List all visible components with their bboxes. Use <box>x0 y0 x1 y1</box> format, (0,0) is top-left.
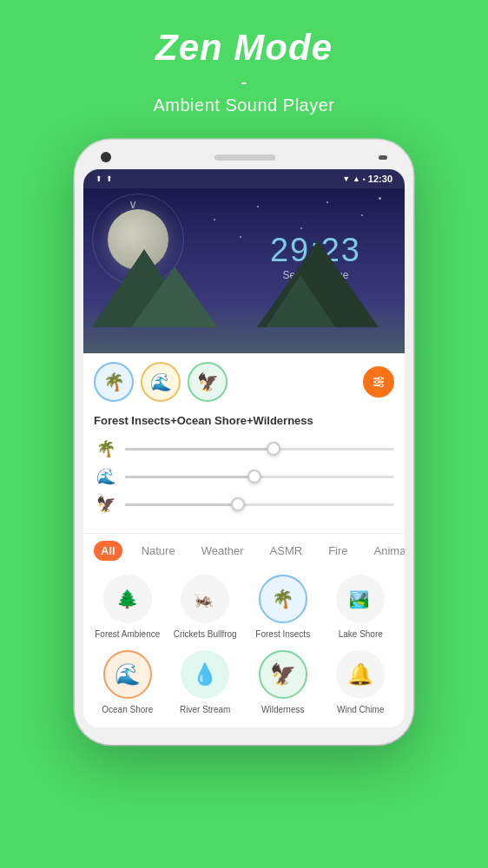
active-sound-wilderness[interactable]: 🦅 <box>188 362 228 402</box>
river-label: River Stream <box>180 704 230 715</box>
forest-ambience-icon: 🌲 <box>103 575 152 623</box>
mountains-decoration <box>83 249 405 327</box>
phone-sensor <box>379 155 387 160</box>
mixer-icon <box>372 375 386 389</box>
active-sounds-row: 🌴 🌊 🦅 <box>83 353 405 411</box>
mixer-settings-button[interactable] <box>363 366 394 398</box>
battery-icon: ▪ <box>363 175 366 183</box>
signal-icon: ▲ <box>353 174 360 183</box>
svg-point-3 <box>375 380 379 384</box>
forest-insects-icon-selected: 🌴 <box>259 575 307 623</box>
category-fire[interactable]: Fire <box>321 541 354 561</box>
forest-insects-label: Forest Insects <box>255 628 310 640</box>
svg-text:🏞️: 🏞️ <box>349 590 370 610</box>
slider-row-1: 🌴 <box>94 439 394 458</box>
forest-insects-icon: 🌴 <box>94 439 118 458</box>
ocean-shore-label: Ocean Shore <box>102 704 153 715</box>
category-all[interactable]: All <box>94 541 122 561</box>
app-title: Zen Mode <box>17 28 471 68</box>
phone-camera <box>101 152 111 162</box>
svg-point-5 <box>379 384 383 387</box>
nav-icon-2: ⬆ <box>106 174 113 183</box>
sound-grid-row-1: 🌲 Forest Ambience 🦗 Crickets Bullfrog 🌴 <box>83 568 405 647</box>
sound-item-forest-insects[interactable]: 🌴 Forest Insects <box>248 575 318 640</box>
river-icon: 💧 <box>181 650 229 699</box>
signal-icons: ▼ ▲ ▪ 12:30 <box>342 174 392 184</box>
ocean-shore-icon: 🌊 <box>94 467 118 486</box>
category-filter-row: All Nature Weather ASMR Fire Animal <box>83 533 405 568</box>
forest-ambience-svg: 🌲 <box>116 588 139 610</box>
category-nature[interactable]: Nature <box>135 541 182 561</box>
crickets-icon: 🦗 <box>181 575 229 623</box>
category-animal[interactable]: Animal <box>367 541 405 561</box>
mix-label: Forest Insects+Ocean Shore+Wilderness <box>83 411 405 436</box>
status-time: 12:30 <box>368 174 392 184</box>
crickets-svg: 🦗 <box>194 588 216 610</box>
nav-icon-1: ⬆ <box>96 174 102 183</box>
title-dash: - <box>17 71 471 94</box>
wilderness-icon: 🦅 <box>94 495 118 514</box>
chevron-down-icon[interactable]: ∨ <box>129 197 137 211</box>
wilderness-icon-2: 🦅 <box>259 650 307 699</box>
category-asmr[interactable]: ASMR <box>263 541 310 561</box>
slider-row-2: 🌊 <box>94 467 394 486</box>
app-subtitle: Ambient Sound Player <box>17 95 471 115</box>
lake-shore-svg: 🏞️ <box>349 588 372 610</box>
ocean-shore-icon-2: 🌊 <box>103 650 152 699</box>
sound-item-crickets[interactable]: 🦗 Crickets Bullfrog <box>170 575 240 640</box>
slider-row-3: 🦅 <box>94 495 394 514</box>
forest-insects-slider[interactable] <box>125 448 394 450</box>
wilderness-slider[interactable] <box>125 503 394 506</box>
status-bar: ⬆ ⬆ ▼ ▲ ▪ 12:30 <box>83 169 405 188</box>
forest-ambience-label: Forest Ambience <box>95 628 160 640</box>
lake-shore-label: Lake Shore <box>339 628 383 640</box>
sound-item-wind-chime[interactable]: 🔔 Wind Chime <box>326 650 395 715</box>
svg-text:🌲: 🌲 <box>116 589 139 611</box>
crickets-label: Crickets Bullfrog <box>174 628 237 640</box>
phone-screen: ⬆ ⬆ ▼ ▲ ▪ 12:30 ∨ <box>83 169 405 727</box>
sound-grid-row-2: 🌊 Ocean Shore 💧 River Stream 🦅 Wildernes… <box>83 647 405 727</box>
lake-shore-icon: 🏞️ <box>336 575 385 623</box>
sound-item-lake-shore[interactable]: 🏞️ Lake Shore <box>326 575 395 640</box>
sound-item-river[interactable]: 💧 River Stream <box>170 650 240 715</box>
sound-item-wilderness[interactable]: 🦅 Wilderness <box>248 650 318 715</box>
phone-frame: ⬆ ⬆ ▼ ▲ ▪ 12:30 ∨ <box>75 140 413 745</box>
active-sound-forest-insects[interactable]: 🌴 <box>94 362 134 402</box>
phone-top-bar <box>83 152 405 169</box>
svg-text:🌴: 🌴 <box>272 589 294 611</box>
wifi-icon: ▼ <box>342 174 350 183</box>
app-header: Zen Mode - Ambient Sound Player <box>0 0 488 131</box>
sliders-area: 🌴 🌊 🦅 <box>83 436 405 533</box>
hero-area: ∨ 29:23 Set sleep time <box>83 188 405 353</box>
svg-point-1 <box>379 377 382 380</box>
sound-item-forest-ambience[interactable]: 🌲 Forest Ambience <box>93 575 162 640</box>
active-sound-ocean-shore[interactable]: 🌊 <box>141 362 181 402</box>
phone-speaker <box>214 155 275 161</box>
wind-chime-icon: 🔔 <box>336 650 385 699</box>
status-left-icons: ⬆ ⬆ <box>96 174 113 183</box>
forest-insects-svg: 🌴 <box>272 588 294 610</box>
svg-text:🦗: 🦗 <box>194 590 214 610</box>
ocean-shore-slider[interactable] <box>125 476 394 478</box>
wind-chime-label: Wind Chime <box>337 704 384 715</box>
category-weather[interactable]: Weather <box>195 541 251 561</box>
wilderness-label: Wilderness <box>261 704 304 715</box>
sound-item-ocean-shore[interactable]: 🌊 Ocean Shore <box>93 650 162 715</box>
